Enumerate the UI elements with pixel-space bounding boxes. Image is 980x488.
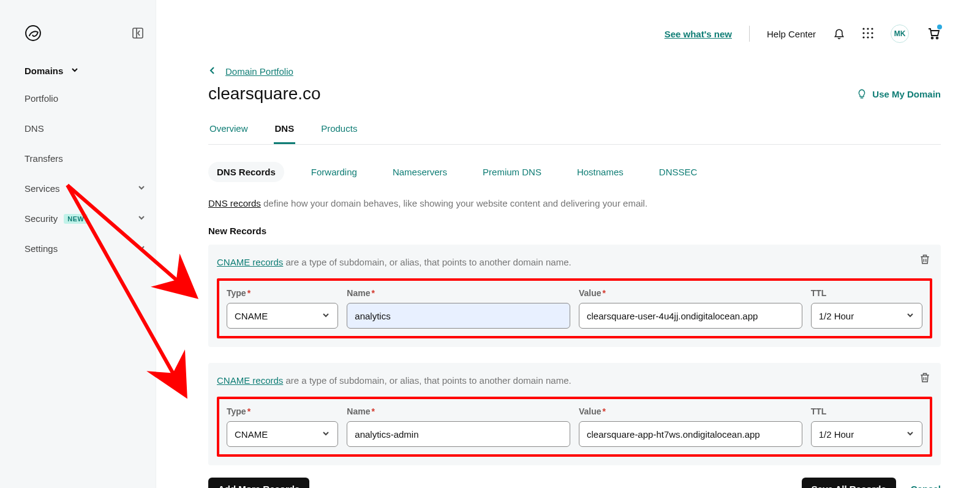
trash-icon[interactable]	[919, 372, 931, 386]
subtab-dns-records[interactable]: DNS Records	[208, 162, 284, 182]
svg-point-5	[862, 32, 864, 34]
chevron-down-icon	[322, 311, 330, 321]
sidebar-item-label: Portfolio	[24, 93, 58, 104]
sidebar-item-label: DNS	[24, 123, 44, 134]
bell-icon[interactable]	[833, 27, 845, 41]
field-label-ttl: TTL	[811, 406, 922, 416]
subtab-dnssec[interactable]: DNSSEC	[650, 162, 706, 182]
breadcrumb: Domain Portfolio	[208, 66, 941, 77]
use-my-domain-button[interactable]: Use My Domain	[856, 88, 941, 99]
domain-title: clearsquare.co	[208, 84, 321, 104]
cname-help-text: CNAME records are a type of subdomain, o…	[217, 375, 932, 386]
value-input[interactable]	[579, 303, 802, 329]
dns-subtabs: DNS Records Forwarding Nameservers Premi…	[208, 162, 941, 182]
sidebar: Domains Portfolio DNS Transfers Services…	[0, 0, 156, 488]
sidebar-item-transfers[interactable]: Transfers	[0, 143, 156, 173]
field-label-value: Value*	[579, 406, 802, 416]
help-center-link[interactable]: Help Center	[767, 29, 816, 39]
sidebar-item-services[interactable]: Services	[0, 173, 156, 204]
chevron-down-icon	[137, 243, 146, 254]
chevron-down-icon	[137, 213, 146, 224]
avatar[interactable]: MK	[891, 25, 909, 43]
new-badge: NEW	[64, 214, 88, 224]
cname-records-help-link[interactable]: CNAME records	[217, 375, 283, 386]
add-more-records-button[interactable]: Add More Records	[208, 478, 309, 488]
field-label-value: Value*	[579, 288, 802, 298]
sidebar-item-label: Transfers	[24, 153, 63, 164]
whats-new-link[interactable]: See what's new	[665, 29, 732, 39]
sidebar-section-domains[interactable]: Domains	[0, 58, 156, 83]
footer-actions: Add More Records Save All Records Cancel	[208, 478, 941, 488]
tab-overview[interactable]: Overview	[208, 117, 249, 144]
sidebar-section-label: Domains	[24, 66, 63, 76]
svg-point-9	[867, 36, 869, 38]
sidebar-item-label: Security	[24, 213, 58, 224]
sidebar-item-label: Services	[24, 183, 60, 194]
field-label-type: Type*	[227, 406, 338, 416]
svg-point-11	[932, 37, 933, 39]
tab-dns[interactable]: DNS	[274, 117, 296, 144]
subtab-premium-dns[interactable]: Premium DNS	[474, 162, 550, 182]
lightbulb-icon	[856, 88, 867, 99]
record-fields-row: Type* CNAME Name* Value* TTL 1/2 Hour	[217, 278, 932, 338]
trash-icon[interactable]	[919, 253, 931, 267]
svg-point-3	[867, 28, 869, 29]
type-select-value: CNAME	[235, 429, 268, 440]
value-input[interactable]	[579, 421, 802, 447]
chevron-down-icon	[70, 66, 79, 76]
record-card: CNAME records are a type of subdomain, o…	[208, 245, 941, 347]
sidebar-item-portfolio[interactable]: Portfolio	[0, 83, 156, 113]
ttl-select[interactable]: 1/2 Hour	[811, 303, 922, 329]
type-select[interactable]: CNAME	[227, 421, 338, 447]
ttl-select[interactable]: 1/2 Hour	[811, 421, 922, 447]
subtab-hostnames[interactable]: Hostnames	[568, 162, 632, 182]
tab-products[interactable]: Products	[320, 117, 358, 144]
svg-point-6	[867, 32, 869, 34]
svg-point-7	[871, 32, 873, 34]
apps-grid-icon[interactable]	[862, 28, 873, 40]
save-all-records-button[interactable]: Save All Records	[802, 478, 896, 488]
type-select[interactable]: CNAME	[227, 303, 338, 329]
main-tabs: Overview DNS Products	[208, 117, 941, 145]
type-select-value: CNAME	[235, 311, 268, 321]
svg-point-2	[862, 28, 864, 29]
dns-records-info: DNS records define how your domain behav…	[208, 198, 941, 208]
field-label-name: Name*	[347, 406, 570, 416]
record-fields-row: Type* CNAME Name* Value* TTL 1/2 Hour	[217, 397, 932, 457]
sidebar-item-dns[interactable]: DNS	[0, 113, 156, 143]
svg-point-4	[871, 28, 873, 29]
divider	[749, 26, 750, 42]
field-label-name: Name*	[347, 288, 570, 298]
svg-point-12	[937, 37, 938, 39]
subtab-forwarding[interactable]: Forwarding	[303, 162, 366, 182]
breadcrumb-link[interactable]: Domain Portfolio	[225, 66, 293, 77]
chevron-down-icon	[137, 183, 146, 194]
field-label-ttl: TTL	[811, 288, 922, 298]
brand-logo[interactable]	[24, 25, 42, 44]
use-my-domain-label: Use My Domain	[872, 89, 941, 99]
record-card: CNAME records are a type of subdomain, o…	[208, 363, 941, 465]
new-records-heading: New Records	[208, 226, 941, 236]
main-content: Domain Portfolio clearsquare.co Use My D…	[208, 66, 941, 488]
cancel-link[interactable]: Cancel	[911, 484, 941, 488]
cart-icon[interactable]	[926, 26, 941, 42]
ttl-select-value: 1/2 Hour	[819, 429, 854, 440]
cname-help-text: CNAME records are a type of subdomain, o…	[217, 257, 932, 267]
dns-records-info-text: define how your domain behaves, like sho…	[261, 198, 647, 208]
sidebar-item-settings[interactable]: Settings	[0, 234, 156, 264]
subtab-nameservers[interactable]: Nameservers	[384, 162, 456, 182]
sidebar-item-label: Settings	[24, 243, 58, 254]
chevron-down-icon	[906, 429, 914, 440]
sidebar-collapse-icon[interactable]	[132, 28, 143, 40]
sidebar-item-security[interactable]: Security NEW	[0, 204, 156, 234]
chevron-down-icon	[322, 429, 330, 440]
svg-point-8	[862, 36, 864, 38]
field-label-type: Type*	[227, 288, 338, 298]
svg-point-10	[871, 36, 873, 38]
name-input[interactable]	[347, 303, 570, 329]
back-icon[interactable]	[208, 66, 217, 77]
ttl-select-value: 1/2 Hour	[819, 311, 854, 321]
cname-records-help-link[interactable]: CNAME records	[217, 257, 283, 267]
name-input[interactable]	[347, 421, 570, 447]
dns-records-help-link[interactable]: DNS records	[208, 198, 261, 208]
